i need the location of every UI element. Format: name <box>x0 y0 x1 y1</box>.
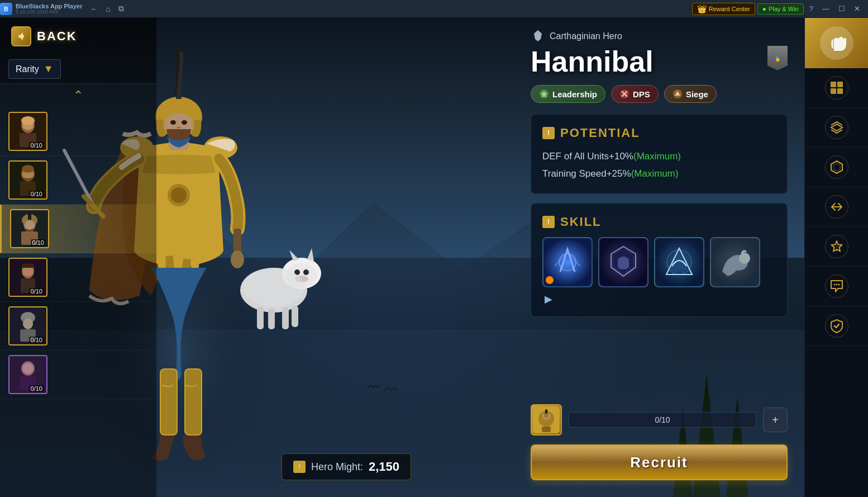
leadership-badge: Leadership <box>531 85 605 103</box>
skill-icon-3[interactable] <box>654 237 704 287</box>
hero-list-item-6[interactable]: 0/10 <box>0 351 156 399</box>
svg-rect-94 <box>837 88 843 94</box>
dps-icon <box>619 89 629 99</box>
potential-line-1: DEF of All Units+10%(Maximum) <box>542 148 776 165</box>
skill-icon-4[interactable] <box>710 237 760 287</box>
scroll-up-arrow[interactable]: ⌃ <box>0 84 156 107</box>
layers-icon <box>825 116 848 139</box>
hero-count-5: 0/10 <box>29 337 44 343</box>
dropdown-arrow-icon: ▼ <box>44 63 54 75</box>
birds-scene <box>362 377 407 401</box>
hero-medal <box>531 404 562 436</box>
reward-center-button[interactable]: 👑 Reward Center <box>692 3 755 15</box>
sidebar-item-chat[interactable] <box>805 267 868 306</box>
app-name: BlueStacks App Player <box>16 3 82 10</box>
hero-portrait-1: 0/10 <box>8 112 47 151</box>
minimize-button[interactable]: — <box>819 3 833 14</box>
skill-icon-2[interactable] <box>598 237 648 287</box>
progress-text: 0/10 <box>655 415 670 424</box>
potential-line-2: Training Speed+25%(Maximum) <box>542 165 776 183</box>
hero-might-value: 2,150 <box>369 460 399 474</box>
svg-point-100 <box>838 284 840 286</box>
svg-rect-91 <box>831 82 836 87</box>
svg-point-11 <box>22 165 34 173</box>
svg-point-56 <box>170 120 176 125</box>
hero-portrait-3: 0/10 <box>10 209 49 248</box>
arrows-icon <box>825 195 848 219</box>
potential-content: DEF of All Units+10%(Maximum) Training S… <box>542 148 776 182</box>
svg-rect-44 <box>268 308 275 329</box>
recruit-button[interactable]: Recruit <box>531 444 788 480</box>
skill-icon-1[interactable] <box>542 237 593 287</box>
potential-title: POTENTIAL <box>560 126 640 140</box>
hero-count-6: 0/10 <box>29 385 44 392</box>
shield-icon <box>825 314 848 338</box>
rarity-dropdown[interactable]: Rarity ▼ <box>8 59 61 79</box>
svg-point-83 <box>739 253 750 264</box>
copy-nav-button[interactable]: ⧉ <box>115 3 127 15</box>
hero-name: Hannibal <box>531 47 788 76</box>
hero-list: 0/10 0/10 <box>0 107 156 399</box>
skill-header: ! SKILL <box>542 215 776 229</box>
potential-icon: ! <box>542 127 555 139</box>
siege-icon <box>673 89 683 99</box>
svg-rect-46 <box>292 306 298 327</box>
siege-badge: Siege <box>664 85 717 103</box>
sidebar-item-layers[interactable] <box>805 108 868 148</box>
fist-icon-large <box>820 26 853 60</box>
hero-list-item-5[interactable]: 0/10 <box>0 302 156 351</box>
sidebar-item-grid[interactable] <box>805 68 868 108</box>
badge-row: Leadership DPS Siege <box>531 85 788 103</box>
svg-rect-43 <box>257 307 264 329</box>
potential-max-1: (Maximum) <box>633 151 681 162</box>
svg-rect-90 <box>542 427 551 432</box>
crown-icon: 👑 <box>697 4 707 13</box>
hero-list-item-4[interactable]: 0/10 <box>0 253 156 302</box>
rarity-label: Rarity <box>16 64 39 74</box>
svg-point-57 <box>182 120 187 125</box>
hero-might-label: Hero Might: <box>311 461 363 473</box>
hero-info-panel: Carthaginian Hero Hannibal 🏅 Leadership <box>531 29 788 326</box>
hero-might-bar: ! Hero Might: 2,150 <box>179 453 514 480</box>
sidebar-item-star[interactable] <box>805 227 868 267</box>
hero-list-item-3[interactable]: 0/10 <box>0 205 156 253</box>
potential-text-2: Training Speed+25% <box>542 168 631 179</box>
potential-header: ! POTENTIAL <box>542 126 776 140</box>
star-icon <box>825 235 848 258</box>
potential-panel: ! POTENTIAL DEF of All Units+10%(Maximum… <box>531 114 788 194</box>
sidebar-item-hexagon[interactable] <box>805 148 868 187</box>
dps-label: DPS <box>633 89 650 99</box>
hero-portrait-5: 0/10 <box>8 306 47 345</box>
hero-list-item-1[interactable]: 0/10 <box>0 107 156 156</box>
hero-list-item-2[interactable]: 0/10 <box>0 156 156 205</box>
svg-point-98 <box>833 284 835 286</box>
plus-button[interactable]: + <box>763 408 788 432</box>
hero-faction-icon <box>531 29 545 44</box>
rank-badge: 🏅 <box>767 46 788 70</box>
home-nav-button[interactable]: ⌂ <box>102 3 113 15</box>
sidebar-item-shield[interactable] <box>805 306 868 346</box>
back-button[interactable]: BACK <box>0 18 156 55</box>
hexagon-icon <box>825 155 848 179</box>
back-icon <box>11 26 31 46</box>
sidebar-item-arrows[interactable] <box>805 187 868 227</box>
svg-point-99 <box>836 284 837 286</box>
play-win-button[interactable]: ● Play & Win <box>757 3 804 15</box>
hero-portrait-6: 0/10 <box>8 355 47 394</box>
back-nav-button[interactable]: ← <box>87 3 101 15</box>
back-label: BACK <box>37 29 77 44</box>
svg-marker-37 <box>307 248 314 261</box>
right-sidebar-top-button[interactable] <box>805 18 868 68</box>
skill-panel: ! SKILL <box>531 203 788 317</box>
bluestacks-logo: B BlueStacks App Player 5.10.150.1015 N3… <box>0 3 82 15</box>
leadership-icon <box>539 89 549 99</box>
skill-icons-row: ▶ <box>542 237 776 305</box>
svg-rect-69 <box>161 370 177 434</box>
hero-count-1: 0/10 <box>29 142 44 149</box>
maximize-button[interactable]: ☐ <box>835 3 848 14</box>
svg-point-42 <box>243 268 304 307</box>
plus-icon: + <box>772 414 779 427</box>
hero-subtitle-text: Carthaginian Hero <box>550 31 622 41</box>
help-button[interactable]: ? <box>806 3 817 14</box>
close-button[interactable]: ✕ <box>851 3 864 14</box>
